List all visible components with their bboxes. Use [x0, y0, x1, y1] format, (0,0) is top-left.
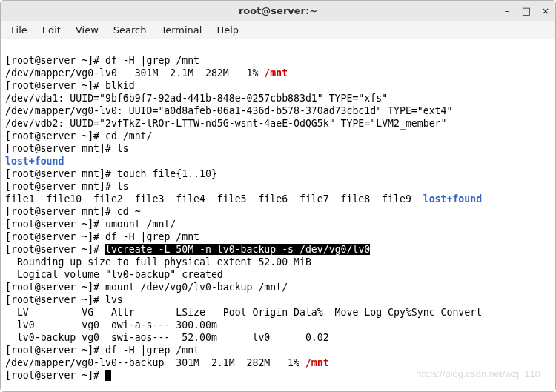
menu-terminal[interactable]: Terminal [155, 23, 208, 37]
cmd: mount /dev/vg0/lv0-backup /mnt/ [105, 282, 288, 293]
cursor [105, 370, 111, 381]
cmd: ls [117, 181, 129, 192]
minimize-icon[interactable]: – [502, 6, 512, 16]
window-controls: – □ × [502, 6, 551, 16]
out: /dev/mapper/vg0-lv0: UUID="a0d8afeb-06a1… [5, 105, 452, 116]
menubar: File Edit View Search Terminal Help [1, 21, 555, 39]
out: /dev/mapper/vg0-lv0 301M 2.1M 282M 1% [5, 67, 264, 79]
out: /dev/vda1: UUID="9bf6b9f7-92ad-441b-848e… [5, 93, 388, 104]
prompt: [root@server ~]# [5, 55, 105, 66]
menu-help[interactable]: Help [211, 23, 245, 37]
menu-file[interactable]: File [5, 23, 33, 37]
cmd: df -H |grep /mnt [105, 55, 199, 66]
menu-edit[interactable]: Edit [36, 23, 67, 37]
prompt: [root@server mnt]# [5, 206, 117, 217]
titlebar: root@server:~ – □ × [1, 1, 555, 21]
cmd: cd /mnt/ [105, 130, 153, 142]
prompt: [root@server ~]# [5, 231, 105, 242]
prompt: [root@server ~]# [5, 370, 105, 381]
cmd-highlight: lvcreate -L 50M -n lv0-backup -s /dev/vg… [105, 244, 370, 255]
dir: lost+found [423, 193, 482, 205]
terminal-output[interactable]: [root@server ~]# df -H |grep /mnt /dev/m… [1, 39, 555, 384]
dir: lost+found [5, 156, 64, 167]
cmd: touch file{1..10} [117, 168, 217, 179]
prompt: [root@server ~]# [5, 294, 105, 305]
cmd: cd ~ [117, 206, 141, 217]
cmd: blkid [105, 80, 135, 91]
prompt: [root@server ~]# [5, 244, 105, 255]
prompt: [root@server mnt]# [5, 168, 117, 179]
out: /dev/vdb2: UUID="2vfTkZ-lROr-LTTW-nd5G-w… [5, 118, 446, 129]
cmd: umount /mnt/ [105, 219, 176, 230]
prompt: [root@server ~]# [5, 80, 105, 91]
close-icon[interactable]: × [540, 6, 551, 16]
maximize-icon[interactable]: □ [521, 6, 532, 16]
out: /dev/mapper/vg0-lv0--backup 301M 2.1M 28… [5, 357, 305, 368]
menu-view[interactable]: View [70, 23, 105, 37]
cmd: df -H |grep /mnt [105, 231, 199, 242]
prompt: [root@server mnt]# [5, 181, 117, 192]
cmd: lvs [105, 294, 123, 305]
prompt: [root@server ~]# [5, 282, 105, 293]
out: lv0 vg0 owi-a-s--- 300.00m [5, 319, 217, 330]
match: /mnt [264, 67, 288, 79]
menu-search[interactable]: Search [107, 23, 153, 37]
match: /mnt [305, 357, 329, 368]
out: file1 file10 file2 file3 file4 file5 fil… [5, 193, 423, 205]
cmd: df -H |grep /mnt [105, 345, 199, 356]
watermark: https://blog.csdn.net/wzj_110 [416, 368, 540, 379]
out: Logical volume "lv0-backup" created [5, 269, 223, 280]
out: lv0-backup vg0 swi-aos--- 52.00m lv0 0.0… [5, 332, 329, 343]
cmd: ls [117, 143, 129, 154]
prompt: [root@server mnt]# [5, 143, 117, 154]
out: Rounding up size to full physical extent… [5, 256, 311, 268]
prompt: [root@server ~]# [5, 345, 105, 356]
window-title: root@server:~ [239, 5, 317, 16]
prompt: [root@server ~]# [5, 219, 105, 230]
out: LV VG Attr LSize Pool Origin Data% Move … [5, 307, 482, 318]
prompt: [root@server ~]# [5, 130, 105, 142]
